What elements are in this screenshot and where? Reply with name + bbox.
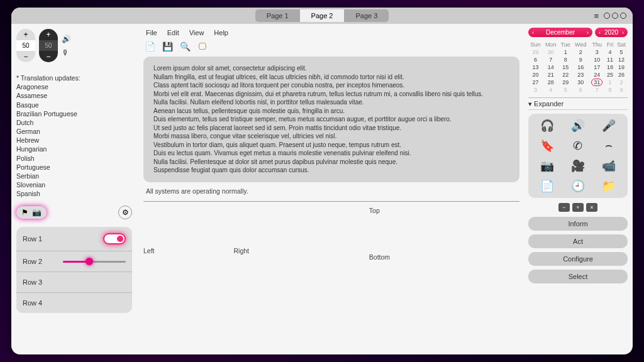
icon-pill[interactable]: ⚑ 📷 — [16, 206, 47, 219]
pos-bottom: Bottom — [369, 253, 390, 261]
list-item: Basque — [16, 101, 132, 109]
window-header: Page 1 Page 2 Page 3 ≡ — [11, 8, 633, 24]
window-controls[interactable] — [604, 13, 626, 19]
row-1-switch[interactable] — [103, 233, 126, 244]
mini-plus[interactable]: + — [572, 203, 584, 212]
calendar[interactable]: SunMonTueWedThuFriSat2930123456789101112… — [528, 41, 628, 94]
search-icon[interactable]: 🔍 — [179, 40, 191, 53]
tab-page-3[interactable]: Page 3 — [344, 9, 389, 22]
row-2-slider[interactable] — [63, 261, 126, 263]
page-tabs: Page 1 Page 2 Page 3 — [255, 9, 389, 22]
stepper-dark[interactable]: + 50 − — [39, 29, 58, 62]
menu-file[interactable]: File — [146, 29, 157, 36]
newdoc-icon[interactable]: 📄 — [540, 179, 554, 193]
toolbar: 📄 💾 🔍 🖵 — [143, 38, 519, 57]
phone-icon[interactable]: ✆ — [573, 139, 582, 153]
gear-button[interactable]: ⚙ — [118, 206, 132, 219]
position-labels: Top Left Right Bottom — [143, 203, 519, 351]
mini-minus[interactable]: − — [558, 203, 570, 212]
stepper-dark-minus[interactable]: − — [39, 51, 58, 62]
stepper-dark-plus[interactable]: + — [39, 29, 58, 40]
microphone-icon[interactable]: 🎤 — [602, 119, 616, 133]
list-item: German — [16, 127, 132, 136]
volume-icon: 🔊 — [62, 35, 71, 43]
mini-buttons: − + × — [528, 202, 628, 213]
video-icon[interactable]: 🎥 — [571, 159, 585, 173]
list-item: Spanish — [16, 189, 132, 198]
headphones-icon[interactable]: 🎧 — [540, 119, 554, 133]
rows-card: Row 1 Row 2 Row 3 Row 4 — [16, 227, 132, 313]
speaker-icon[interactable]: 🔊 — [571, 119, 585, 133]
tab-page-1[interactable]: Page 1 — [255, 9, 300, 22]
calendar-month[interactable]: ‹December› — [528, 28, 592, 37]
list-item: Brazilian Portuguese — [16, 109, 132, 118]
list-item: Dutch — [16, 118, 132, 127]
calendar-year[interactable]: ‹2020› — [595, 28, 628, 37]
menu-view[interactable]: View — [189, 29, 204, 36]
select-button[interactable]: Select — [528, 270, 628, 283]
stepper-light-plus[interactable]: + — [16, 29, 35, 40]
save-icon[interactable]: 💾 — [161, 40, 174, 53]
translation-list: * Translation updates: AragoneseAssamese… — [16, 74, 132, 198]
inform-button[interactable]: Inform — [528, 217, 628, 231]
doc-icon[interactable]: 📄 — [143, 40, 156, 53]
list-item: Aragonese — [16, 82, 132, 91]
divider — [143, 201, 519, 202]
expander[interactable]: ▾ Expander — [528, 97, 628, 110]
pos-left: Left — [143, 247, 155, 255]
stepper-light-value: 50 — [16, 40, 35, 51]
list-item: Hungarian — [16, 145, 132, 153]
pos-top: Top — [369, 207, 380, 214]
text-card: Lorem ipsum dolor sit amet, consectetur … — [143, 57, 519, 182]
clock-icon[interactable]: 🕘 — [571, 179, 585, 193]
tab-page-2[interactable]: Page 2 — [300, 9, 345, 22]
row-1[interactable]: Row 1 — [16, 227, 132, 251]
menu-help[interactable]: Help — [214, 29, 228, 36]
list-item: Polish — [16, 154, 132, 163]
act-button[interactable]: Act — [528, 234, 628, 248]
camera-icon[interactable]: 📷 — [32, 208, 42, 217]
menu-bar: File Edit View Help — [143, 28, 519, 38]
hangup-icon[interactable]: ⌢ — [605, 139, 613, 153]
row-3[interactable]: Row 3 — [16, 272, 132, 293]
configure-button[interactable]: Configure — [528, 252, 628, 266]
row-4[interactable]: Row 4 — [16, 293, 132, 313]
list-item: Assamese — [16, 91, 132, 100]
menu-edit[interactable]: Edit — [167, 29, 179, 36]
stepper-light-minus[interactable]: − — [16, 51, 35, 62]
mic-icon: 🎙 — [62, 48, 71, 57]
list-item: Portuguese — [16, 163, 132, 172]
stepper-light[interactable]: + 50 − — [16, 29, 35, 62]
photo-icon[interactable]: 📷 — [540, 159, 554, 173]
screen-icon[interactable]: 🖵 — [196, 40, 209, 53]
pos-right: Right — [234, 247, 250, 255]
stepper-dark-value: 50 — [39, 40, 58, 51]
camcorder-icon[interactable]: 📹 — [602, 159, 616, 173]
status-text: All systems are operating normally. — [143, 182, 519, 200]
bookmark-icon[interactable]: 🔖 — [540, 139, 554, 153]
list-item: Slovenian — [16, 180, 132, 189]
row-2[interactable]: Row 2 — [16, 251, 132, 272]
list-item: Hebrew — [16, 136, 132, 145]
list-item: Serbian — [16, 172, 132, 180]
folder-icon[interactable]: 📁 — [602, 179, 616, 193]
flag-icon[interactable]: ⚑ — [21, 208, 28, 217]
mini-close[interactable]: × — [586, 203, 597, 212]
icon-grid: 🎧 🔊 🎤 🔖 ✆ ⌢ 📷 🎥 📹 📄 🕘 📁 — [528, 114, 628, 198]
hamburger-icon[interactable]: ≡ — [594, 11, 599, 21]
gear-icon: ⚙ — [122, 208, 129, 217]
